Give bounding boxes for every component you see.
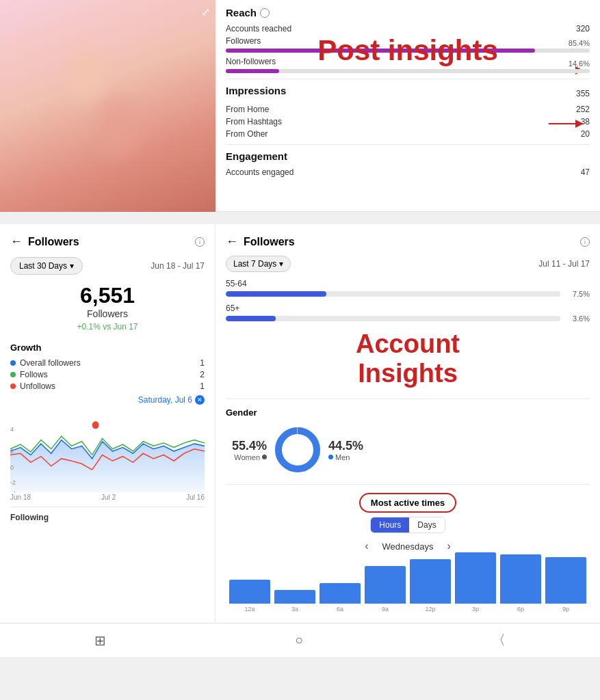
legend-value-follows: 2 bbox=[200, 370, 205, 379]
main-insights-section: ← Followers i Last 30 Days ▾ Jun 18 - Ju… bbox=[0, 224, 600, 623]
followers-left-header: ← Followers i bbox=[10, 234, 205, 249]
age-label-55-64: 55-64 bbox=[226, 279, 590, 288]
gender-row: 55.4% Women 44.5% bbox=[226, 426, 590, 474]
legend-label-overall: Overall followers bbox=[20, 358, 200, 368]
reach-info-icon[interactable] bbox=[260, 8, 270, 18]
followers-metric-row: Followers bbox=[226, 36, 590, 46]
post-insights-panel: Post insights Reach Accounts reached 320… bbox=[216, 0, 600, 211]
grid-icon[interactable]: ⊞ bbox=[94, 632, 106, 649]
from-home-row: From Home 252 bbox=[226, 105, 590, 114]
bar-3p: 3p bbox=[455, 552, 496, 612]
legend-overall-followers: Overall followers 1 bbox=[10, 358, 205, 368]
back-button-right[interactable]: ← bbox=[226, 234, 238, 249]
from-hashtags-row: From Hashtags 38 bbox=[226, 117, 590, 126]
legend-unfollows: Unfollows 1 bbox=[10, 381, 205, 391]
followers-right-header: ← Followers i bbox=[226, 234, 590, 249]
date-range-left: Jun 18 - Jul 17 bbox=[151, 261, 205, 271]
from-other-value: 20 bbox=[581, 129, 590, 139]
bar-6a: 6a bbox=[319, 583, 361, 612]
followers-left-info-icon[interactable]: i bbox=[195, 237, 205, 247]
growth-section-title: Growth bbox=[10, 342, 205, 353]
from-other-label: From Other bbox=[226, 129, 268, 139]
legend-label-unfollows: Unfollows bbox=[20, 381, 200, 391]
following-section-label: Following bbox=[10, 507, 205, 522]
growth-chart: 4 2 0 -2 -4 bbox=[10, 410, 205, 492]
non-followers-bar: 14.6% bbox=[226, 69, 590, 73]
age-group-65plus: 65+ 3.6% bbox=[226, 304, 590, 323]
age-bar-fill-65plus bbox=[226, 316, 276, 321]
tooltip-close-icon[interactable]: ✕ bbox=[195, 395, 205, 405]
bar-fill-3a bbox=[274, 590, 315, 604]
age-bar-fill-55-64 bbox=[226, 291, 326, 297]
account-insights-overlay: AccountInsights bbox=[226, 329, 590, 388]
most-active-section: Most active times Hours Days ‹ Wednesday… bbox=[226, 484, 590, 612]
followers-right-info-icon[interactable]: i bbox=[580, 237, 590, 247]
post-image-content bbox=[0, 0, 216, 212]
women-label: Women bbox=[226, 453, 267, 461]
legend-value-unfollows: 1 bbox=[200, 381, 205, 391]
y-label-2: 2 bbox=[10, 447, 14, 455]
followers-bar-fill bbox=[226, 49, 535, 53]
men-pct: 44.5% bbox=[328, 439, 369, 453]
tab-hours[interactable]: Hours bbox=[371, 517, 409, 533]
engagement-title: Engagement bbox=[226, 150, 590, 162]
age-pct-55-64: 7.5% bbox=[566, 290, 590, 298]
bar-fill-3p bbox=[455, 552, 496, 604]
x-label-mid: Jul 2 bbox=[101, 494, 116, 501]
accounts-engaged-row: Accounts engaged 47 bbox=[226, 167, 590, 177]
bar-label-9p: 9p bbox=[562, 606, 569, 612]
accounts-reached-label: Accounts reached bbox=[226, 24, 291, 33]
most-active-header: Most active times Hours Days bbox=[226, 493, 590, 533]
account-insights-panel: ← Followers i Last 7 Days ▾ Jul 11 - Jul… bbox=[216, 224, 600, 623]
chart-x-labels: Jun 18 Jul 2 Jul 16 bbox=[10, 494, 205, 501]
age-pct-65plus: 3.6% bbox=[566, 314, 590, 323]
home-icon[interactable]: ○ bbox=[295, 632, 303, 648]
age-bar-bg-55-64 bbox=[226, 291, 560, 297]
bar-label-6a: 6a bbox=[337, 606, 343, 612]
bar-9a: 9a bbox=[365, 566, 406, 612]
legend-value-overall: 1 bbox=[200, 358, 205, 368]
x-label-start: Jun 18 bbox=[10, 494, 31, 501]
accounts-reached-row: Accounts reached 320 bbox=[226, 24, 590, 33]
followers-right-title: Followers bbox=[244, 236, 295, 248]
bar-3a: 3a bbox=[274, 590, 315, 612]
date-filter-button-right[interactable]: Last 7 Days ▾ bbox=[226, 256, 291, 272]
bar-6p: 6p bbox=[500, 554, 541, 612]
from-home-value: 252 bbox=[576, 105, 590, 114]
follower-count: 6,551 bbox=[10, 283, 205, 308]
y-label-neg4: -4 bbox=[10, 489, 16, 492]
bar-label-12p: 12p bbox=[425, 606, 435, 612]
post-thumbnail: ⤢ bbox=[0, 0, 216, 212]
back-button-left[interactable]: ← bbox=[10, 234, 23, 249]
accounts-engaged-label: Accounts engaged bbox=[226, 167, 294, 177]
impressions-row: Impressions 355 bbox=[226, 85, 590, 102]
legend-label-follows: Follows bbox=[20, 370, 200, 379]
donut-center bbox=[284, 436, 311, 463]
date-tooltip: Saturday, Jul 6 ✕ bbox=[10, 395, 205, 405]
bar-label-3a: 3a bbox=[291, 606, 298, 612]
chart-area-blue bbox=[10, 440, 205, 492]
bar-12a: 12a bbox=[229, 580, 270, 612]
bar-label-12a: 12a bbox=[244, 606, 255, 612]
growth-chart-svg: 4 2 0 -2 -4 bbox=[10, 410, 205, 492]
day-navigation: ‹ Wednesdays › bbox=[226, 540, 590, 552]
tab-days[interactable]: Days bbox=[409, 517, 444, 533]
prev-day-arrow[interactable]: ‹ bbox=[365, 540, 368, 552]
next-day-arrow[interactable]: › bbox=[447, 540, 450, 552]
separator-1 bbox=[0, 212, 600, 224]
non-followers-pct: 14.6% bbox=[569, 59, 590, 68]
most-active-title: Most active times bbox=[359, 493, 456, 513]
bar-label-9a: 9a bbox=[382, 606, 389, 612]
bar-fill-6p bbox=[500, 554, 541, 604]
from-home-label: From Home bbox=[226, 105, 269, 114]
back-icon[interactable]: 〈 bbox=[492, 631, 506, 649]
expand-icon[interactable]: ⤢ bbox=[201, 5, 210, 18]
date-filter-button-left[interactable]: Last 30 Days ▾ bbox=[10, 257, 83, 275]
followers-pct: 85.4% bbox=[569, 39, 590, 47]
gender-women-stats: 55.4% Women bbox=[226, 439, 267, 461]
impressions-value: 355 bbox=[576, 89, 590, 98]
time-tabs: Hours Days bbox=[370, 517, 445, 533]
accounts-reached-value: 320 bbox=[576, 24, 590, 33]
y-label-neg2: -2 bbox=[10, 479, 16, 486]
legend-follows: Follows 2 bbox=[10, 370, 205, 379]
